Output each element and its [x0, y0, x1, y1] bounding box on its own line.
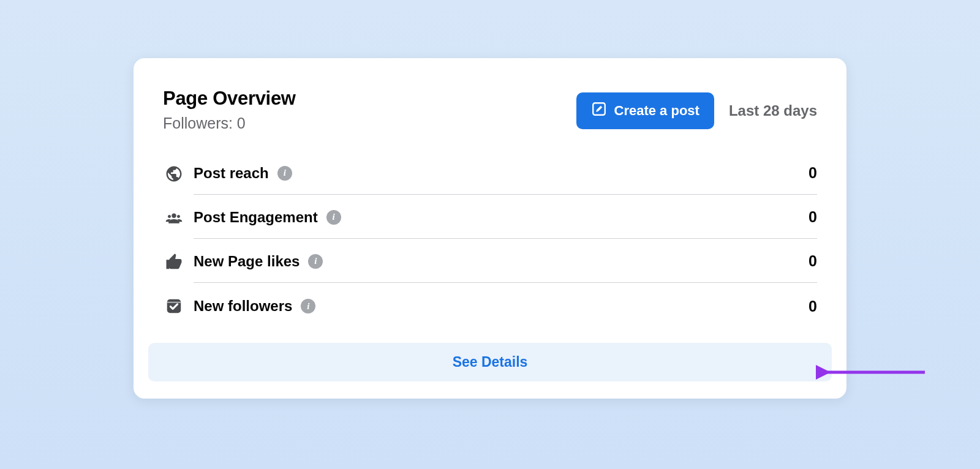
metric-row-new-page-likes: New Page likes i 0: [163, 240, 817, 284]
metric-content: New followers i 0: [194, 298, 817, 315]
page-title: Page Overview: [163, 88, 296, 110]
metric-label: Post reach: [194, 165, 269, 182]
followers-count: Followers: 0: [163, 114, 296, 132]
people-icon: [163, 207, 185, 229]
metric-row-post-engagement: Post Engagement i 0: [163, 196, 817, 240]
metric-value: 0: [809, 164, 817, 182]
metric-label: New Page likes: [194, 253, 300, 270]
page-overview-card: Page Overview Followers: 0 Create a post…: [134, 58, 846, 399]
followers-icon: [163, 295, 185, 317]
info-icon[interactable]: i: [301, 299, 315, 313]
edit-compose-icon: [591, 101, 607, 121]
see-details-button[interactable]: See Details: [148, 343, 832, 381]
globe-icon: [163, 163, 185, 185]
metric-label: Post Engagement: [194, 209, 318, 226]
info-icon[interactable]: i: [277, 166, 292, 181]
metric-label: New followers: [194, 298, 292, 315]
metric-value: 0: [809, 298, 817, 315]
metric-value: 0: [809, 252, 817, 270]
info-icon[interactable]: i: [308, 254, 323, 269]
metric-content: New Page likes i 0: [194, 252, 817, 283]
thumbs-up-icon: [163, 251, 185, 273]
arrow-annotation: [816, 363, 926, 381]
card-header: Page Overview Followers: 0 Create a post…: [163, 88, 817, 132]
metric-row-post-reach: Post reach i 0: [163, 152, 817, 196]
timeframe-label: Last 28 days: [729, 102, 817, 119]
svg-rect-1: [167, 299, 181, 313]
create-post-label: Create a post: [614, 103, 699, 119]
metric-row-new-followers: New followers i 0: [163, 284, 817, 328]
metrics-list: Post reach i 0 Post Engagement i 0 New P…: [163, 152, 817, 328]
info-icon[interactable]: i: [326, 210, 341, 225]
metric-value: 0: [809, 208, 817, 226]
metric-content: Post reach i 0: [194, 164, 817, 195]
metric-content: Post Engagement i 0: [194, 208, 817, 239]
header-left: Page Overview Followers: 0: [163, 88, 296, 132]
create-post-button[interactable]: Create a post: [576, 92, 714, 129]
header-right: Create a post Last 28 days: [576, 88, 817, 129]
